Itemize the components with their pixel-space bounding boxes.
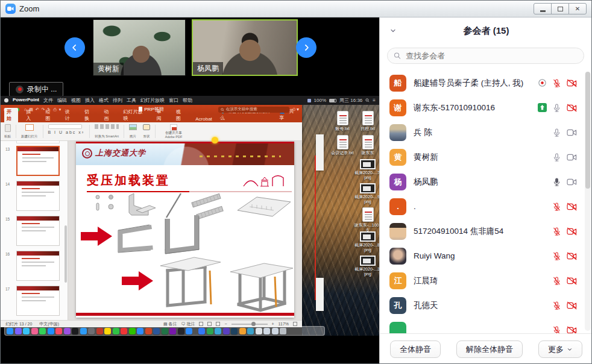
feedback-smiley-icon[interactable]: ☺▾ (292, 107, 299, 112)
dock-icon-word[interactable] (153, 328, 160, 334)
slide-sorter-icon[interactable] (207, 322, 212, 326)
participant-row[interactable]: 孔 孔德天 (380, 293, 592, 318)
dock-icon-notes[interactable] (104, 328, 111, 334)
slide-thumbnail-16[interactable] (16, 251, 60, 281)
camera-status-icon[interactable] (567, 153, 577, 162)
slideshow-icon[interactable] (216, 322, 220, 326)
camera-status-icon[interactable] (567, 326, 577, 334)
participant-row[interactable]: 517204910014 焦非庸54 (380, 219, 592, 243)
dock-icon-safari[interactable] (23, 328, 30, 334)
slide-thumbnail-13[interactable] (16, 146, 60, 176)
ribbon-tab-视图[interactable]: 视图 (174, 108, 187, 122)
dock-icon-bluetooth[interactable] (198, 328, 205, 334)
close-button[interactable]: ✕ (568, 3, 587, 14)
mic-status-icon[interactable] (552, 301, 561, 310)
menu-item[interactable]: 窗口 (169, 97, 178, 104)
video-thumbnail[interactable]: 黄树新 (93, 19, 186, 76)
camera-status-icon[interactable] (567, 202, 577, 211)
dock-icon-maps[interactable] (39, 328, 46, 334)
mic-status-icon[interactable] (552, 202, 561, 212)
desktop-file[interactable]: 截屏2020-...8.png (354, 231, 379, 253)
ribbon-tab-插入[interactable]: 插入 (24, 108, 37, 122)
mic-status-icon[interactable] (552, 177, 561, 187)
zoom-slider[interactable] (231, 324, 268, 325)
dock-icon-dark-app[interactable] (178, 328, 184, 334)
mic-status-icon[interactable] (552, 276, 561, 286)
dock-icon-chrome[interactable] (207, 328, 213, 334)
slide-thumbnail-15[interactable] (16, 216, 60, 246)
camera-status-icon[interactable] (567, 301, 577, 310)
desktop-file[interactable]: 谢东东-...10016 (354, 207, 379, 233)
desktop-file[interactable]: 日程.txt (354, 111, 379, 131)
dock-icon-finder[interactable] (7, 328, 13, 334)
ribbon-tab-切换[interactable]: 切换 (82, 108, 96, 122)
desktop-file[interactable]: 会议记录.txt (329, 135, 356, 155)
camera-status-icon[interactable] (567, 178, 577, 186)
ppt-search-box[interactable]: 在演示文稿中搜索 (218, 107, 289, 113)
camera-status-icon[interactable] (567, 252, 577, 260)
dock-icon-music[interactable] (55, 328, 62, 334)
menu-item[interactable]: 文件 (43, 97, 53, 104)
dock-icon-siri[interactable] (15, 328, 22, 334)
dock-icon-flash[interactable] (239, 328, 246, 334)
dock-icon-terminal[interactable] (72, 328, 78, 334)
dock-icon-appstore[interactable] (80, 328, 87, 334)
font-group[interactable]: B I U abc x² (47, 124, 86, 139)
dock-icon-mail[interactable] (48, 328, 54, 334)
dock-icon-qq[interactable] (121, 328, 127, 334)
dock-icon-books[interactable] (96, 328, 103, 334)
slides-scrollbar[interactable] (65, 225, 67, 283)
adobe-pdf-group[interactable]: 创建并共享 Adobe PDF (159, 124, 188, 139)
mic-status-icon[interactable] (552, 103, 561, 113)
mic-status-icon[interactable] (552, 325, 561, 334)
zoom-percent[interactable]: 117% (279, 322, 289, 326)
participant-row[interactable]: . . (380, 194, 592, 219)
dock-icon-excel[interactable] (162, 328, 168, 334)
dock-icon-docs[interactable] (256, 328, 262, 334)
dock-icon-wechat[interactable] (129, 328, 136, 334)
dock-icon-powerpoint[interactable] (145, 328, 152, 334)
spotlight-icon[interactable] (365, 98, 370, 102)
desktop-file[interactable]: 截屏2020-...9.png (354, 183, 379, 205)
participant-search[interactable] (387, 48, 584, 64)
menu-item[interactable]: 编辑 (57, 97, 67, 104)
menu-item[interactable]: 插入 (85, 97, 95, 104)
participant-row[interactable]: Ruiyi Wang (380, 243, 592, 268)
dock-icon-zoom[interactable] (186, 328, 192, 334)
dock-icon-edge[interactable] (247, 328, 254, 334)
dock-icon-folder-2[interactable] (272, 328, 279, 334)
shapes-group[interactable]: 形状 (142, 124, 151, 139)
next-videos-button[interactable] (296, 37, 316, 58)
mic-status-icon[interactable] (552, 251, 561, 261)
dock-icon-folder-1[interactable] (263, 328, 270, 334)
paste-group[interactable]: 粘贴 (3, 124, 12, 139)
menu-item[interactable]: 工具 (127, 97, 136, 104)
participant-row[interactable]: 船 船建辅导员秦子柔 (主持人, 我) (380, 71, 592, 95)
menu-item[interactable]: PowerPoint (13, 97, 39, 104)
paragraph-group[interactable]: 转换为 SmartArt (93, 124, 120, 139)
desktop-file[interactable]: 截屏2020-...3.png (354, 256, 379, 277)
menu-item[interactable]: 视图 (71, 97, 81, 104)
fit-slide-icon[interactable] (293, 322, 297, 326)
dock-icon-camera[interactable] (88, 328, 95, 334)
camera-status-icon[interactable] (567, 128, 577, 137)
camera-status-icon[interactable] (567, 227, 577, 236)
participant-row[interactable] (380, 318, 592, 333)
new-slide-group[interactable]: 新建幻灯片 (20, 124, 39, 139)
mic-status-icon[interactable] (552, 227, 561, 236)
participant-row[interactable]: 杨 杨凤鹏 (380, 169, 592, 194)
slide-thumbnail-17[interactable] (16, 286, 60, 316)
menu-item[interactable]: 幻灯片放映 (140, 97, 165, 104)
participant-row[interactable]: 兵 陈 (380, 120, 592, 145)
participant-row[interactable]: 谢 谢东东-517010910016 (380, 95, 592, 120)
dock-icon-onenote[interactable] (169, 328, 176, 334)
mic-status-icon[interactable] (552, 152, 561, 162)
ribbon-tab-开始[interactable]: 开始 (4, 108, 18, 122)
zoom-out-icon[interactable]: − (224, 322, 227, 326)
menu-item[interactable]: 排列 (113, 97, 122, 104)
ribbon-tab-Acrobat[interactable]: Acrobat (193, 116, 215, 122)
participant-row[interactable]: 黄 黄树新 (380, 145, 592, 169)
zoom-in-icon[interactable]: + (272, 322, 274, 326)
desktop-file[interactable]: 谢东东 (354, 135, 379, 155)
unmute-all-button[interactable]: 解除全体静音 (456, 340, 523, 358)
